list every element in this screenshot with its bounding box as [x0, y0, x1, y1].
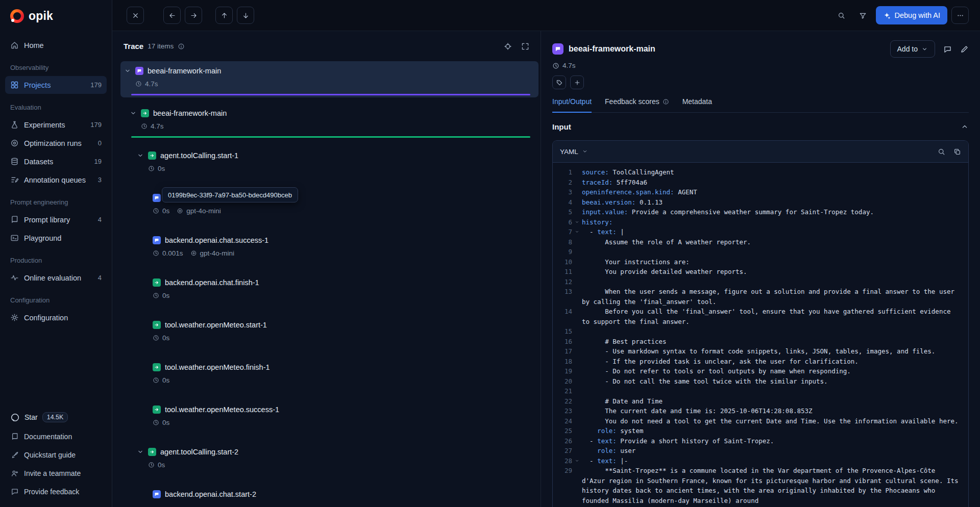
clock-icon [148, 462, 155, 468]
fold-spacer [572, 416, 582, 426]
span-type-icon [153, 363, 161, 371]
span-duration: 0s [158, 461, 165, 469]
sidebar-item-home[interactable]: Home [5, 36, 107, 54]
trace-row-tool-weather-openmeteo-finish-1[interactable]: tool.weather.openMeteo.finish-10s [112, 358, 541, 400]
prev-item-button[interactable] [163, 7, 181, 24]
chevron-down-icon[interactable] [124, 67, 131, 74]
search-button[interactable] [833, 7, 850, 24]
trace-row-backend-openai-chat-start-2[interactable]: backend.openai.chat.start-2 [112, 485, 541, 507]
code-text [582, 247, 961, 257]
sidebar-item-projects[interactable]: Projects179 [5, 76, 107, 94]
chevron-down-icon [921, 46, 928, 53]
annotation-queues-icon [10, 175, 19, 184]
add-to-button[interactable]: Add to [890, 40, 935, 58]
span-name: tool.weather.openMeteo.finish-1 [165, 363, 270, 371]
trace-row-tool-weather-openmeteo-start-1[interactable]: tool.weather.openMeteo.start-10s [112, 315, 541, 358]
footer-link-invite-a-teammate[interactable]: Invite a teammate [0, 464, 112, 483]
debug-with-ai-button[interactable]: Debug with AI [876, 6, 947, 24]
optimization-runs-icon [10, 139, 19, 147]
more-options-button[interactable] [951, 7, 969, 24]
fold-chevron-icon[interactable] [572, 456, 582, 466]
tab-metadata[interactable]: Metadata [682, 97, 712, 113]
code-card: YAML 1source: ToolCallingAgent2traceId: … [552, 140, 969, 507]
code-search-icon[interactable] [938, 148, 945, 156]
fold-chevron-icon[interactable] [572, 227, 582, 237]
trace-row-backend-openai-chat-finish-1[interactable]: backend.openai.chat.finish-10s [112, 273, 541, 315]
logo[interactable]: opik [0, 0, 112, 32]
fold-spacer [572, 396, 582, 407]
span-duration: 4.7s [145, 80, 158, 88]
online-evaluation-icon [10, 273, 19, 282]
span-duration: 0s [158, 165, 165, 172]
footer-link-documentation[interactable]: Documentation [0, 427, 112, 446]
up-item-button[interactable] [215, 7, 233, 24]
sidebar-item-online-evaluation[interactable]: Online evaluation4 [5, 269, 107, 287]
code-editor[interactable]: 1source: ToolCallingAgent2traceId: 5ff70… [553, 163, 968, 507]
clock-icon [552, 62, 559, 69]
line-number: 10 [556, 257, 572, 267]
span-duration: 4.7s [151, 122, 164, 130]
next-item-button[interactable] [185, 7, 202, 24]
duration-bar [131, 136, 530, 138]
edit-icon[interactable] [960, 45, 969, 54]
sidebar-item-prompt-library[interactable]: Prompt library4 [5, 211, 107, 229]
chevron-spacer [141, 406, 149, 413]
tab-feedback-scores[interactable]: Feedback scores [605, 97, 669, 113]
sidebar-item-count: 19 [94, 158, 102, 165]
comment-icon[interactable] [943, 45, 952, 54]
code-text: beeai.version: 0.1.13 [582, 197, 961, 208]
trace-row-beeai-framework-main[interactable]: beeai-framework-main4.7s [112, 61, 541, 104]
add-tag-button[interactable] [570, 75, 584, 89]
fold-chevron-icon[interactable] [572, 217, 582, 227]
tab-input-output[interactable]: Input/Output [552, 97, 592, 113]
github-star-button[interactable]: Star 14.5K [0, 407, 112, 427]
span-duration: 0.001s [162, 249, 183, 257]
line-number: 21 [556, 386, 572, 396]
fold-spacer [572, 436, 582, 446]
trace-row-tool-weather-openmeteo-success-1[interactable]: tool.weather.openMeteo.success-10s [112, 400, 541, 442]
close-button[interactable] [127, 7, 144, 24]
code-line: 15 [556, 326, 961, 337]
footer-link-provide-feedback[interactable]: Provide feedback [0, 483, 112, 501]
locate-span-icon[interactable] [504, 42, 512, 50]
fold-spacer [572, 386, 582, 396]
expand-view-icon[interactable] [521, 42, 529, 50]
tags-button[interactable] [552, 75, 566, 89]
sidebar-item-playground[interactable]: Playground [5, 229, 107, 247]
down-item-button[interactable] [237, 7, 254, 24]
trace-row-agent-toolcalling-start-1[interactable]: agent.toolCalling.start-10s [112, 146, 541, 188]
sidebar-item-experiments[interactable]: Experiments179 [5, 116, 107, 134]
footer-link-quickstart-guide[interactable]: Quickstart guide [0, 446, 112, 464]
code-text: Your instructions are: [582, 257, 961, 267]
sidebar-item-configuration[interactable]: Configuration [5, 309, 107, 326]
trace-row-backend-openai-chat-success-1[interactable]: backend.openai.chat.success-10.001sgpt-4… [112, 231, 541, 273]
chevron-down-icon[interactable] [137, 152, 144, 159]
trace-row-span[interactable]: 0sgpt-4o-mini0199b9ec-33f9-7a97-ba50-bde… [112, 188, 541, 231]
copy-icon[interactable] [953, 148, 961, 156]
span-name: backend.openai.chat.success-1 [165, 236, 268, 244]
arrow-down-icon [242, 12, 250, 19]
chevron-up-icon[interactable] [961, 122, 969, 131]
trace-row-beeai-framework-main[interactable]: beeai-framework-main4.7s [112, 104, 541, 146]
code-text: Assume the role of A weather reporter. [582, 237, 961, 247]
sidebar-item-optimization-runs[interactable]: Optimization runs0 [5, 134, 107, 152]
code-line: 3openinference.span.kind: AGENT [556, 187, 961, 197]
input-section-header[interactable]: Input [552, 113, 969, 140]
home-icon [10, 41, 19, 49]
datasets-icon [10, 157, 19, 166]
code-text: # Date and Time [582, 396, 961, 407]
sidebar-section-label: Observability [0, 55, 112, 75]
line-number: 22 [556, 396, 572, 407]
filter-button[interactable] [854, 7, 872, 24]
trace-row-agent-toolcalling-start-2[interactable]: agent.toolCalling.start-20s [112, 442, 541, 485]
format-select[interactable]: YAML [560, 148, 588, 156]
star-count-badge: 14.5K [42, 412, 68, 422]
code-line: 4beeai.version: 0.1.13 [556, 197, 961, 208]
line-number: 26 [556, 436, 572, 446]
chevron-down-icon[interactable] [137, 448, 144, 455]
sidebar-item-datasets[interactable]: Datasets19 [5, 153, 107, 170]
span-name: backend.openai.chat.start-2 [165, 490, 256, 498]
chevron-down-icon[interactable] [130, 110, 137, 117]
code-line: 25 role: system [556, 426, 961, 436]
sidebar-item-annotation-queues[interactable]: Annotation queues3 [5, 171, 107, 189]
